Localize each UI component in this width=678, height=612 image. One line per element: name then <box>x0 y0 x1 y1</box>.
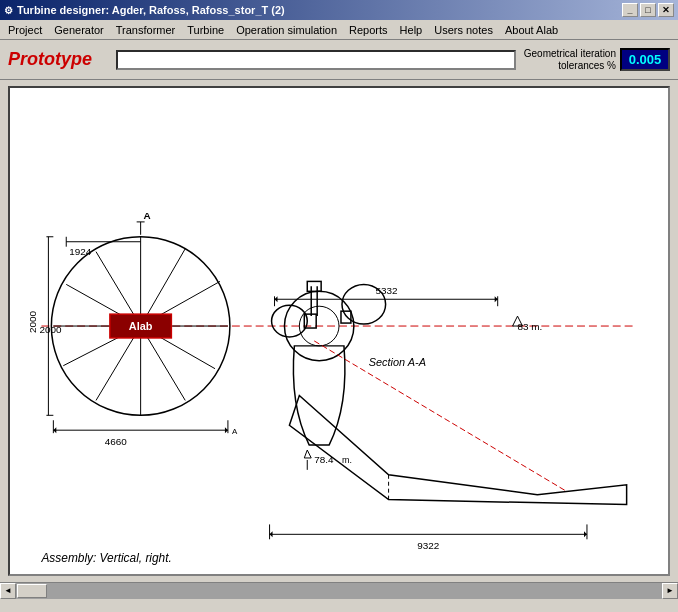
prototype-label: Prototype <box>8 49 108 70</box>
svg-point-45 <box>342 284 386 324</box>
menu-reports[interactable]: Reports <box>343 22 394 38</box>
svg-point-46 <box>272 305 308 337</box>
svg-text:A: A <box>232 427 238 436</box>
svg-marker-49 <box>304 450 311 458</box>
close-button[interactable]: ✕ <box>658 3 674 17</box>
menu-help[interactable]: Help <box>394 22 429 38</box>
geo-iter-label: Geometrical iteration tolerances % <box>524 48 616 72</box>
window-title: Turbine designer: Agder, Rafoss, Rafoss_… <box>17 4 285 16</box>
svg-rect-61 <box>307 281 321 291</box>
menu-turbine[interactable]: Turbine <box>181 22 230 38</box>
technical-drawing: Alab A 1924 2000 2000 4660 A <box>10 88 668 574</box>
svg-text:9322: 9322 <box>417 540 440 551</box>
svg-rect-60 <box>341 311 351 323</box>
menu-about-alab[interactable]: About Alab <box>499 22 564 38</box>
menu-transformer[interactable]: Transformer <box>110 22 182 38</box>
svg-text:1924: 1924 <box>69 246 92 257</box>
svg-text:Section A-A: Section A-A <box>369 356 426 368</box>
svg-text:78.4: 78.4 <box>314 454 334 465</box>
geo-iter-group: Geometrical iteration tolerances % 0.005 <box>524 48 670 72</box>
svg-text:Assembly: Vertical, right.: Assembly: Vertical, right. <box>40 551 171 565</box>
horizontal-scrollbar: ◄ ► <box>0 582 678 598</box>
scroll-left-button[interactable]: ◄ <box>0 583 16 599</box>
svg-text:2000: 2000 <box>27 310 38 333</box>
scroll-right-button[interactable]: ► <box>662 583 678 599</box>
svg-text:4660: 4660 <box>105 436 128 447</box>
svg-text:A: A <box>144 210 151 221</box>
svg-text:2000: 2000 <box>39 324 62 335</box>
menu-bar: Project Generator Transformer Turbine Op… <box>0 20 678 40</box>
header-area: Prototype Geometrical iteration toleranc… <box>0 40 678 80</box>
title-bar: ⚙ Turbine designer: Agder, Rafoss, Rafos… <box>0 0 678 20</box>
scroll-track[interactable] <box>16 583 662 599</box>
window-controls: _ □ ✕ <box>622 3 674 17</box>
maximize-button[interactable]: □ <box>640 3 656 17</box>
menu-operation-simulation[interactable]: Operation simulation <box>230 22 343 38</box>
app-icon: ⚙ <box>4 5 13 16</box>
geo-iter-value: 0.005 <box>620 48 670 71</box>
scroll-thumb[interactable] <box>17 584 47 598</box>
svg-text:m.: m. <box>342 455 352 465</box>
svg-line-48 <box>314 341 567 492</box>
minimize-button[interactable]: _ <box>622 3 638 17</box>
menu-project[interactable]: Project <box>2 22 48 38</box>
menu-users-notes[interactable]: Users notes <box>428 22 499 38</box>
progress-bar <box>116 50 516 70</box>
main-canvas: Alab A 1924 2000 2000 4660 A <box>8 86 670 576</box>
svg-text:Alab: Alab <box>129 320 153 332</box>
menu-generator[interactable]: Generator <box>48 22 110 38</box>
